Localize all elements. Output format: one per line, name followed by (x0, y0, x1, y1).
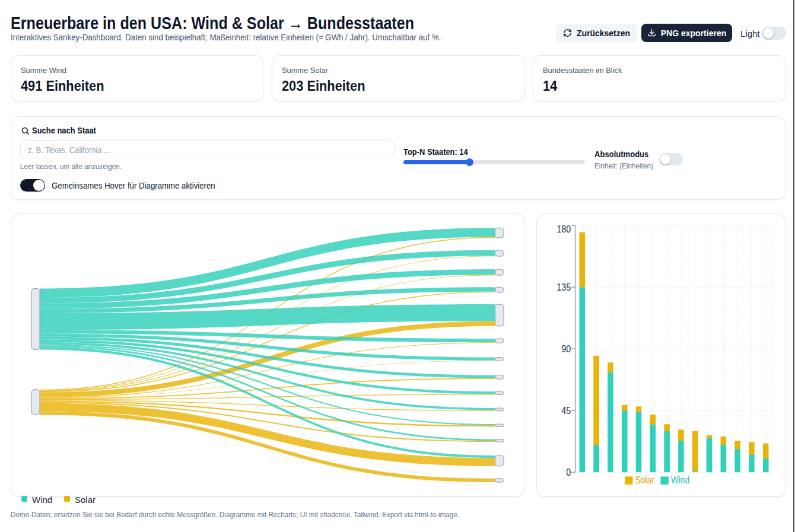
svg-text:Solar: Solar (635, 475, 654, 485)
svg-text:45: 45 (561, 405, 571, 416)
svg-text:0: 0 (566, 467, 571, 477)
svg-text:180: 180 (556, 224, 571, 234)
svg-text:Wind: Wind (671, 475, 689, 485)
svg-text:90: 90 (561, 343, 571, 354)
svg-text:135: 135 (556, 282, 571, 292)
